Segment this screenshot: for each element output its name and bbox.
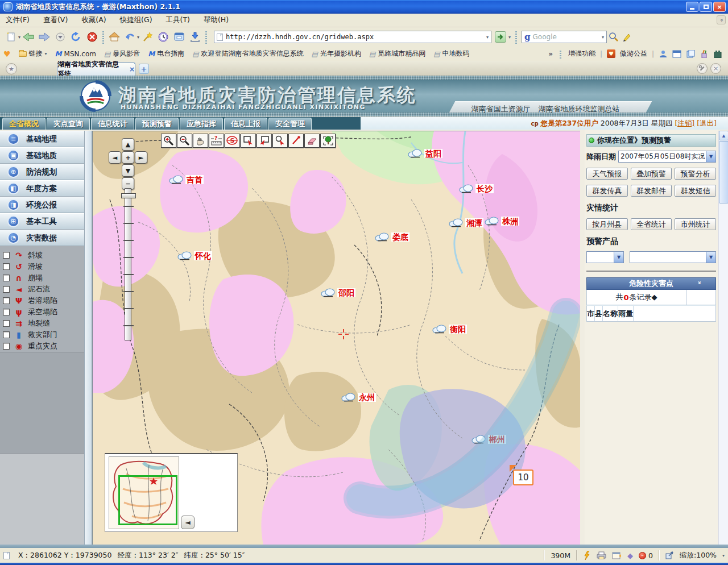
nav-tab[interactable]: 预测预警 [135,118,179,130]
layer-row[interactable]: ⇉ 地裂缝 [0,318,84,329]
tools-pens-icon[interactable] [700,50,709,58]
action-button[interactable]: 天气预报 [586,168,628,180]
scale-icon[interactable]: S [225,134,240,148]
eraser-icon[interactable] [304,134,320,148]
layer-row[interactable]: Ψ 岩溶塌陷 [0,295,84,306]
menu-item[interactable]: 收藏(A) [81,15,106,25]
zoom-level[interactable]: 缩放:100% [680,551,717,560]
sidebar-group[interactable]: ◔ 灾害数据 [0,230,84,246]
org-link[interactable]: 湖南省地质环境监测总站 [539,104,620,114]
nav-tab[interactable]: 信息上报 [224,118,267,130]
tab-settings-wrench-icon[interactable] [697,63,708,74]
new-tab-button[interactable] [3,29,19,45]
rain-date-select[interactable]: 2007年05月05日08时实况 ▼ [618,151,716,163]
sidebar-group[interactable]: ⊞ 基本工具 [0,213,84,230]
hazard-points-header[interactable]: 危险性灾害点 « [586,277,716,290]
refresh-button[interactable] [68,29,84,45]
boost-lightning-icon[interactable] [583,551,591,560]
zoom-caret[interactable]: ▾ [722,553,725,558]
menu-item[interactable]: 工具(T) [166,15,190,25]
city-marker[interactable]: 娄底 [374,232,410,242]
sidebar-splitter[interactable] [84,131,92,545]
enhance-features-link[interactable]: 增强功能 [568,49,595,59]
layer-row[interactable]: ∩ 崩塌 [0,272,84,284]
select-dropdown-icon[interactable]: ▼ [614,252,623,263]
favorites-heart-icon[interactable]: ♥ [3,49,11,59]
nav-tab[interactable]: 信息统计 [91,118,134,130]
highlight-button[interactable] [621,29,634,45]
deselect-rect-icon[interactable] [257,134,272,148]
zoom-out-icon[interactable] [177,134,192,148]
product-item-select[interactable]: ▼ [630,251,716,263]
stats-button[interactable]: 全省统计 [631,218,672,230]
bookmark-item[interactable]: M 电台指南 [148,49,184,59]
layer-checkbox[interactable] [3,252,10,259]
window-list-icon[interactable] [171,29,187,45]
layer-row[interactable]: ↺ 滑坡 [0,261,84,272]
bookmark-item[interactable]: ▤ 光年摄影机构 [312,49,361,59]
add-point-icon[interactable] [288,134,304,148]
active-tab[interactable]: 湖南省地质灾害信息系统 × [57,63,135,76]
menu-item[interactable]: 快捷组(G) [120,15,152,25]
maxthon-charity-link[interactable]: 傲游公益 [620,49,647,59]
measure-icon[interactable]: ? [209,134,224,148]
tab-list-close-icon[interactable]: × [710,63,721,74]
city-marker[interactable]: 湘潭 [448,218,483,227]
layer-checkbox[interactable] [3,297,10,304]
tab-star-icon[interactable]: ★ [6,63,17,74]
search-button[interactable] [607,29,621,45]
sidebar-group[interactable]: ◧ 年度方案 [0,180,84,197]
sidebar-group[interactable]: ▣ 基础地质 [0,147,84,164]
map-viewport[interactable]: ? S ▲ ◄ + ► ▼ − [92,131,580,545]
logout-link[interactable]: [注销] [675,119,694,128]
bookmark-item[interactable]: M MSN.com [55,49,96,59]
city-marker[interactable]: 永州 [341,392,376,402]
stats-button[interactable]: 按月州县 [586,218,628,230]
select-rect-icon[interactable] [241,134,256,148]
layers-tree-icon[interactable] [320,134,336,148]
sidebar-group[interactable]: ◨ 环境公报 [0,197,84,213]
minimap-collapse-icon[interactable]: ◄ [181,516,195,529]
history-clock-icon[interactable] [155,29,171,45]
resize-page-icon[interactable] [665,551,674,559]
minimize-button[interactable] [686,2,698,12]
collapse-chevron-icon[interactable]: « [697,280,701,286]
action-button[interactable]: 群发邮件 [631,185,672,197]
url-input[interactable] [226,33,486,41]
blocked-count-icon[interactable]: – [639,552,646,559]
nav-tab[interactable]: 全省概况 [2,118,46,130]
stats-button[interactable]: 市州统计 [675,218,716,230]
pan-left-button[interactable]: ◄ [109,151,121,164]
layer-checkbox[interactable] [3,275,10,281]
layer-row[interactable]: ◄ 泥石流 [0,284,84,295]
bookmark-item[interactable]: ▤ 暴风影音 [104,49,140,59]
zoom-slider-handle[interactable] [121,193,136,198]
bookmarks-overflow-icon[interactable]: » [548,50,553,58]
layer-row[interactable]: ◉ 重点灾点 [0,340,84,352]
nav-tab[interactable]: 灾点查询 [47,118,90,130]
stop-button[interactable] [84,29,100,45]
layer-checkbox[interactable] [3,331,10,338]
pan-down-button[interactable]: ▼ [122,164,134,177]
home-button[interactable] [106,29,122,45]
window-mode-icon[interactable] [672,50,681,58]
minimap-canvas[interactable] [109,456,179,529]
layer-row[interactable]: ▮ 救灾部门 [0,329,84,340]
bookmark-item[interactable]: ▤ 觅路城市精品网 [369,49,425,59]
layer-checkbox[interactable] [3,286,10,293]
layer-checkbox[interactable] [3,309,10,315]
skin-icon[interactable] [713,50,722,58]
warning-flag-marker[interactable]: 10 [513,470,533,485]
city-marker[interactable]: 株洲 [484,216,519,226]
action-button[interactable]: 群发短信 [675,185,716,197]
restore-button[interactable] [700,2,712,12]
city-marker[interactable]: 长沙 [458,184,494,193]
pan-center-button[interactable]: + [122,151,134,164]
download-icon[interactable] [187,29,203,45]
menu-item[interactable]: 帮助(H) [204,15,229,25]
close-button[interactable]: × [713,2,726,12]
quick-notes-icon[interactable]: ◆ [627,551,633,560]
city-marker[interactable]: 益阳 [407,148,442,158]
minimap-viewport-rect[interactable] [118,475,177,525]
select-dropdown-icon[interactable]: ▼ [706,252,715,263]
